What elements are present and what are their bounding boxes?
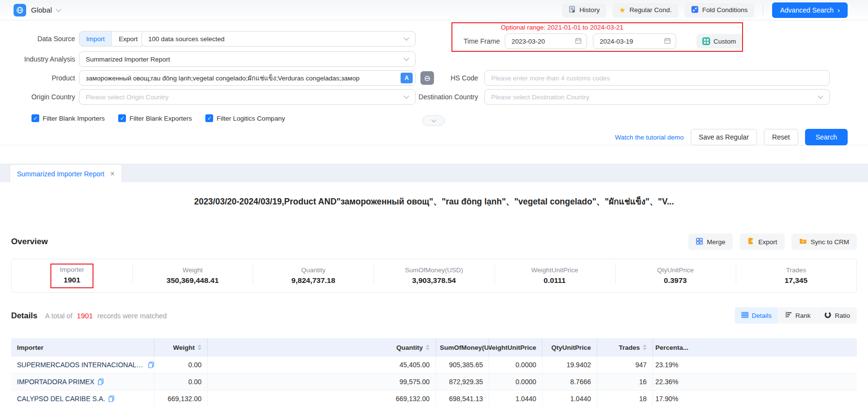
importer-name[interactable]: CALYPSO DEL CARIBE S.A. <box>17 395 105 403</box>
view-rank-label: Rank <box>795 312 811 319</box>
destination-country-label: Destination Country <box>401 89 478 105</box>
col-weight[interactable]: Weight <box>155 338 208 357</box>
copy-icon[interactable] <box>148 361 154 368</box>
fold-conditions-button[interactable]: Fold Conditions <box>684 3 755 17</box>
merge-button[interactable]: Merge <box>688 234 733 250</box>
custom-range-button[interactable]: Custom <box>697 34 742 48</box>
industry-analysis-value: Summarized Importer Report <box>86 56 170 63</box>
importer-cell: IMPORTADORA PRIMEX <box>11 374 155 390</box>
filler-cell <box>694 357 857 373</box>
percentage-cell: 23.19% <box>653 357 694 373</box>
filter-blank-exporters-checkbox[interactable]: ✓ Filter Blank Exporters <box>118 114 192 122</box>
form-actions: Watch the tutorial demo Save as Regular … <box>615 129 848 145</box>
checkbox-checked-icon: ✓ <box>118 114 126 122</box>
custom-icon <box>702 37 710 45</box>
import-toggle[interactable]: Import <box>79 31 111 46</box>
chevron-down-icon <box>431 118 436 123</box>
history-button[interactable]: History <box>562 3 606 17</box>
industry-analysis-select[interactable]: Summarized Importer Report <box>79 51 416 67</box>
product-input[interactable]: замороженный овощ;rau đông lạnh;vegetal … <box>79 70 416 86</box>
merge-label: Merge <box>707 238 725 246</box>
globe-icon <box>14 4 26 16</box>
col-trades[interactable]: Trades <box>597 338 653 357</box>
filter-logitics-company-checkbox[interactable]: ✓ Filter Logitics Company <box>205 114 285 122</box>
overview-stats-card: Importer 1901 Weight 350,369,448.41 Quan… <box>11 259 857 293</box>
tab-label: Summarized Importer Report <box>17 170 105 178</box>
export-button[interactable]: Export <box>740 234 785 250</box>
importer-name[interactable]: IMPORTADORA PRIMEX <box>17 378 94 386</box>
export-toggle[interactable]: Export <box>111 31 144 46</box>
copy-icon[interactable] <box>98 378 104 385</box>
percentage-cell: 17.90% <box>653 390 694 406</box>
reset-button[interactable]: Reset <box>764 129 798 145</box>
hs-code-placeholder: Please enter more than 4 customs codes <box>491 75 610 82</box>
end-date-value: 2024-03-19 <box>600 38 633 45</box>
destination-country-select[interactable]: Please select Destination Country <box>484 89 830 105</box>
filler-cell <box>694 374 857 390</box>
stat-value: 1901 <box>63 276 80 284</box>
stat-label: SumOfMoney(USD) <box>405 266 463 274</box>
total-suffix: records were matched <box>97 312 167 320</box>
stat-qtyunitprice: QtyUnitPrice 0.3973 <box>615 266 736 285</box>
hs-code-input[interactable]: Please enter more than 4 customs codes <box>484 70 830 86</box>
data-sources-value: 100 data sources selected <box>148 35 225 43</box>
sort-icon[interactable] <box>198 344 202 350</box>
advanced-search-button[interactable]: Advanced Search › <box>772 2 848 18</box>
chevron-down-icon <box>403 55 409 61</box>
importer-name[interactable]: SUPERMERCADOS INTERNACIONALES H E B <box>17 361 145 369</box>
sync-to-crm-button[interactable]: Sync to CRM <box>791 234 857 250</box>
view-details-button[interactable]: Details <box>735 307 778 324</box>
collapse-conditions-button[interactable] <box>422 115 445 126</box>
stat-value: 9,824,737.18 <box>292 276 336 285</box>
table-row: IMPORTADORA PRIMEX 0.00 99,575.00 872,92… <box>11 374 857 390</box>
search-button[interactable]: Search <box>805 129 848 145</box>
stat-value: 0.0111 <box>543 276 566 285</box>
origin-country-label: Origin Country <box>2 89 75 105</box>
stat-trades: Trades 17,345 <box>736 266 856 285</box>
stat-quantity: Quantity 9,824,737.18 <box>253 266 373 285</box>
view-details-label: Details <box>752 312 772 319</box>
weightunitprice-cell: 0.0000 <box>489 374 542 390</box>
checkbox-checked-icon: ✓ <box>205 114 213 122</box>
view-rank-button[interactable]: Rank <box>779 307 818 324</box>
search-form: Data Source Import Export 100 data sourc… <box>0 20 868 145</box>
quantity-cell: 99,575.00 <box>208 374 436 390</box>
custom-label: Custom <box>713 38 736 45</box>
quantity-cell: 669,132.00 <box>208 390 436 406</box>
sumofmoney-cell: 905,385.65 <box>436 357 489 373</box>
details-table: Importer Weight Quantity SumOfMoney(U...… <box>11 338 857 406</box>
col-quantity[interactable]: Quantity <box>208 338 436 357</box>
query-title: 2023/03/20-2024/03/19,Product AND"заморо… <box>0 195 868 208</box>
origin-country-select[interactable]: Please select Origin Country <box>79 89 416 105</box>
stat-label: Trades <box>786 266 806 274</box>
view-ratio-button[interactable]: Ratio <box>818 307 857 324</box>
table-icon <box>742 312 748 319</box>
save-as-regular-button[interactable]: Save as Regular <box>691 129 758 145</box>
view-ratio-label: Ratio <box>835 312 850 319</box>
filter-blank-importers-checkbox[interactable]: ✓ Filter Blank Importers <box>31 114 105 122</box>
region-selector[interactable]: Global <box>14 4 61 16</box>
sort-icon[interactable] <box>643 344 647 350</box>
origin-country-placeholder: Please select Origin Country <box>86 94 169 101</box>
end-date-input[interactable]: 2024-03-19 <box>593 33 676 49</box>
chevron-down-icon <box>403 35 409 40</box>
close-icon[interactable]: × <box>110 170 115 178</box>
filter-blank-exporters-label: Filter Blank Exporters <box>129 115 192 122</box>
region-label: Global <box>31 6 52 14</box>
export-icon <box>747 237 754 246</box>
data-sources-select[interactable]: 100 data sources selected <box>141 31 416 47</box>
advanced-search-label: Advanced Search <box>780 6 834 14</box>
view-switcher: Details Rank Ratio <box>734 307 857 324</box>
regular-cond-button[interactable]: ★ Regular Cond. <box>612 3 679 17</box>
col-sumofmoney[interactable]: SumOfMoney(U... <box>436 338 489 357</box>
stat-weight: Weight 350,369,448.41 <box>132 266 253 285</box>
copy-icon[interactable] <box>108 395 114 402</box>
tutorial-link[interactable]: Watch the tutorial demo <box>615 134 683 141</box>
start-date-input[interactable]: 2023-03-20 <box>505 33 587 49</box>
tab-summarized-importer-report[interactable]: Summarized Importer Report × <box>10 164 122 183</box>
time-frame-label: Time Frame <box>461 37 500 45</box>
details-row: Details A total of 1901 records were mat… <box>11 307 857 324</box>
trades-cell: 18 <box>597 390 653 406</box>
calendar-icon <box>575 37 582 46</box>
sort-icon[interactable] <box>426 344 430 350</box>
